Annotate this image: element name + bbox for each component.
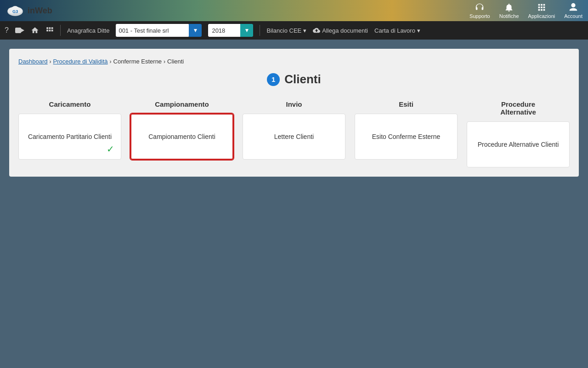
account-icon: [568, 2, 578, 12]
nav-icons-right: Supporto Notifiche Applicazioni Account: [469, 2, 582, 19]
logo-text: inWeb: [28, 6, 52, 16]
main-content: Dashboard › Procedure di Validità › Conf…: [0, 40, 588, 186]
column-header-caricamento: Caricamento: [49, 100, 91, 108]
home-button[interactable]: [31, 26, 39, 34]
content-card: Dashboard › Procedure di Validità › Conf…: [9, 49, 579, 177]
applicazioni-label: Applicazioni: [528, 13, 555, 19]
video-button[interactable]: [15, 27, 24, 34]
svg-marker-6: [21, 29, 24, 32]
supporto-label: Supporto: [469, 13, 490, 19]
column-header-invio: Invio: [286, 100, 302, 108]
notifiche-label: Notifiche: [499, 13, 519, 19]
card-campionamento-label: Campionamento Clienti: [148, 133, 215, 140]
anagrafica-label: Anagrafica Ditte: [67, 27, 110, 34]
card-lettere-clienti[interactable]: Lettere Clienti: [243, 114, 345, 160]
carta-arrow-icon: ▾: [417, 27, 420, 34]
breadcrumb: Dashboard › Procedure di Validità › Conf…: [18, 58, 570, 65]
column-header-esiti: Esiti: [399, 100, 413, 108]
secondary-navbar: ? Anagrafica Ditte 001 - Test finale srl…: [0, 21, 588, 40]
card-esito-conferme[interactable]: Esito Conferme Esterne: [355, 114, 458, 160]
svg-rect-8: [49, 27, 51, 29]
video-icon: [15, 27, 24, 34]
carta-label: Carta di Lavoro: [374, 27, 415, 34]
company-select-wrapper[interactable]: 001 - Test finale srl ▼: [116, 24, 202, 37]
year-select-value[interactable]: 2018: [208, 24, 240, 37]
company-select-arrow[interactable]: ▼: [189, 24, 202, 37]
headphone-icon: [475, 2, 485, 12]
logo-icon: G3: [6, 2, 25, 19]
column-campionamento: Campionamento Campionamento Clienti: [130, 100, 233, 167]
column-esiti: Esiti Esito Conferme Esterne: [355, 100, 458, 167]
logo-area[interactable]: G3 inWeb: [6, 2, 52, 19]
background-area: [0, 186, 588, 361]
carta-menu[interactable]: Carta di Lavoro ▾: [374, 27, 420, 34]
page-title: Clienti: [284, 72, 321, 86]
column-invio: Invio Lettere Clienti: [243, 100, 345, 167]
home-icon: [31, 26, 39, 34]
bilancio-menu[interactable]: Bilancio CEE ▾: [266, 27, 306, 34]
grid-icon: [537, 2, 547, 12]
svg-rect-7: [46, 27, 48, 29]
svg-rect-9: [51, 27, 53, 29]
svg-rect-11: [49, 30, 51, 32]
breadcrumb-dashboard[interactable]: Dashboard: [18, 58, 48, 65]
allega-button[interactable]: Allega documenti: [313, 27, 368, 34]
upload-icon: [313, 27, 320, 34]
applicazioni-button[interactable]: Applicazioni: [528, 2, 555, 19]
check-icon-caricamento: ✓: [107, 144, 114, 155]
svg-text:G3: G3: [12, 9, 18, 14]
grid-menu-icon: [45, 26, 54, 34]
supporto-button[interactable]: Supporto: [469, 2, 490, 19]
column-procedure-alternative: ProcedureAlternative Procedure Alternati…: [467, 100, 570, 167]
breadcrumb-sep-3: ›: [164, 58, 165, 65]
nav-separator-2: [260, 25, 260, 36]
card-campionamento-clienti[interactable]: Campionamento Clienti: [130, 114, 233, 160]
card-esiti-label: Esito Conferme Esterne: [372, 133, 441, 140]
bell-icon: [504, 2, 514, 12]
notifiche-button[interactable]: Notifiche: [499, 2, 519, 19]
top-navbar: G3 inWeb Supporto Notifiche Applicazioni: [0, 0, 588, 21]
help-button[interactable]: ?: [5, 26, 9, 34]
breadcrumb-conferme: Conferme Esterne: [113, 58, 162, 65]
year-select-arrow[interactable]: ▼: [240, 24, 253, 37]
column-caricamento: Caricamento Caricamento Partitario Clien…: [18, 100, 121, 167]
account-label: Account: [564, 13, 582, 19]
year-select-wrapper[interactable]: 2018 ▼: [208, 24, 253, 37]
svg-rect-12: [51, 30, 53, 32]
card-procedure-alternative-label: Procedure Alternative Clienti: [478, 141, 559, 148]
account-button[interactable]: Account: [564, 2, 582, 19]
breadcrumb-sep-1: ›: [50, 58, 51, 65]
nav-separator-1: [60, 25, 61, 36]
svg-rect-5: [15, 28, 21, 33]
column-header-campionamento: Campionamento: [155, 100, 209, 108]
card-caricamento-partitario[interactable]: Caricamento Partitario Clienti ✓: [18, 114, 121, 160]
page-badge: 1: [267, 73, 280, 86]
breadcrumb-clienti: Clienti: [167, 58, 184, 65]
company-select-value[interactable]: 001 - Test finale srl: [116, 24, 189, 37]
breadcrumb-sep-2: ›: [110, 58, 112, 65]
grid-menu-button[interactable]: [45, 26, 54, 34]
card-procedure-alternative-clienti[interactable]: Procedure Alternative Clienti: [467, 121, 570, 167]
svg-rect-10: [46, 30, 48, 32]
columns-row: Caricamento Caricamento Partitario Clien…: [18, 100, 570, 167]
bilancio-label: Bilancio CEE: [266, 27, 301, 34]
breadcrumb-procedure[interactable]: Procedure di Validità: [53, 58, 108, 65]
page-title-row: 1 Clienti: [18, 72, 570, 86]
column-header-procedure-alternative: ProcedureAlternative: [500, 100, 536, 116]
card-invio-label: Lettere Clienti: [274, 133, 314, 140]
bilancio-arrow-icon: ▾: [303, 27, 306, 34]
card-caricamento-label: Caricamento Partitario Clienti: [28, 133, 112, 140]
allega-label: Allega documenti: [322, 27, 368, 34]
